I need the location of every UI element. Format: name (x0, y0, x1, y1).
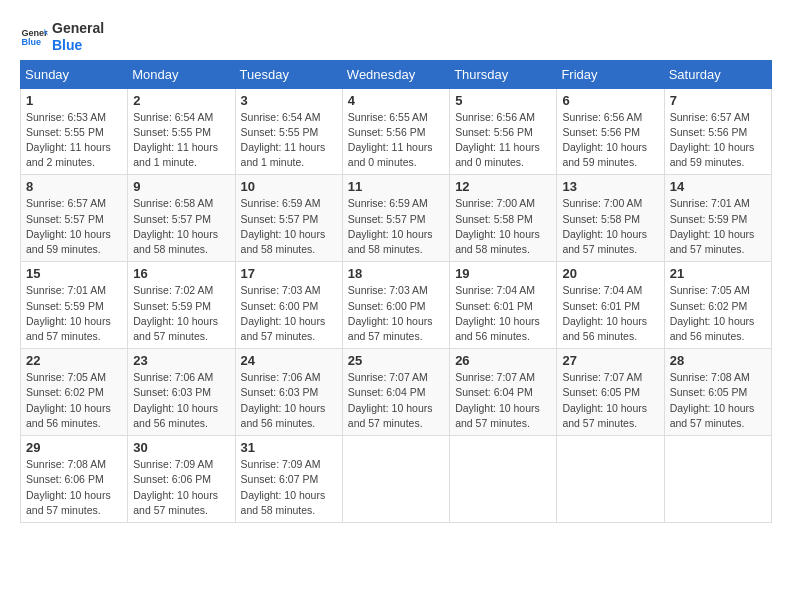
day-info: Sunrise: 7:01 AM Sunset: 5:59 PM Dayligh… (670, 196, 766, 257)
calendar-cell: 31 Sunrise: 7:09 AM Sunset: 6:07 PM Dayl… (235, 436, 342, 523)
calendar-cell: 1 Sunrise: 6:53 AM Sunset: 5:55 PM Dayli… (21, 88, 128, 175)
day-number: 22 (26, 353, 122, 368)
calendar-week-row: 1 Sunrise: 6:53 AM Sunset: 5:55 PM Dayli… (21, 88, 772, 175)
day-info: Sunrise: 7:09 AM Sunset: 6:07 PM Dayligh… (241, 457, 337, 518)
day-number: 20 (562, 266, 658, 281)
calendar-cell: 12 Sunrise: 7:00 AM Sunset: 5:58 PM Dayl… (450, 175, 557, 262)
day-info: Sunrise: 7:08 AM Sunset: 6:06 PM Dayligh… (26, 457, 122, 518)
calendar-cell (342, 436, 449, 523)
day-number: 2 (133, 93, 229, 108)
day-info: Sunrise: 7:04 AM Sunset: 6:01 PM Dayligh… (562, 283, 658, 344)
calendar-header-tuesday: Tuesday (235, 60, 342, 88)
calendar-cell: 24 Sunrise: 7:06 AM Sunset: 6:03 PM Dayl… (235, 349, 342, 436)
calendar-cell: 28 Sunrise: 7:08 AM Sunset: 6:05 PM Dayl… (664, 349, 771, 436)
day-info: Sunrise: 7:08 AM Sunset: 6:05 PM Dayligh… (670, 370, 766, 431)
day-info: Sunrise: 6:56 AM Sunset: 5:56 PM Dayligh… (562, 110, 658, 171)
day-info: Sunrise: 7:03 AM Sunset: 6:00 PM Dayligh… (241, 283, 337, 344)
calendar-cell: 15 Sunrise: 7:01 AM Sunset: 5:59 PM Dayl… (21, 262, 128, 349)
day-number: 4 (348, 93, 444, 108)
calendar-header-row: SundayMondayTuesdayWednesdayThursdayFrid… (21, 60, 772, 88)
day-info: Sunrise: 6:54 AM Sunset: 5:55 PM Dayligh… (133, 110, 229, 171)
calendar-cell: 21 Sunrise: 7:05 AM Sunset: 6:02 PM Dayl… (664, 262, 771, 349)
calendar-cell: 5 Sunrise: 6:56 AM Sunset: 5:56 PM Dayli… (450, 88, 557, 175)
calendar-cell: 26 Sunrise: 7:07 AM Sunset: 6:04 PM Dayl… (450, 349, 557, 436)
day-info: Sunrise: 7:05 AM Sunset: 6:02 PM Dayligh… (26, 370, 122, 431)
day-number: 10 (241, 179, 337, 194)
calendar-cell: 14 Sunrise: 7:01 AM Sunset: 5:59 PM Dayl… (664, 175, 771, 262)
calendar-week-row: 15 Sunrise: 7:01 AM Sunset: 5:59 PM Dayl… (21, 262, 772, 349)
svg-text:General: General (21, 27, 48, 37)
page-header: General Blue General Blue (20, 20, 772, 54)
day-number: 3 (241, 93, 337, 108)
day-number: 31 (241, 440, 337, 455)
day-number: 24 (241, 353, 337, 368)
day-info: Sunrise: 7:00 AM Sunset: 5:58 PM Dayligh… (562, 196, 658, 257)
calendar-cell: 9 Sunrise: 6:58 AM Sunset: 5:57 PM Dayli… (128, 175, 235, 262)
day-number: 5 (455, 93, 551, 108)
calendar-header-sunday: Sunday (21, 60, 128, 88)
day-info: Sunrise: 6:59 AM Sunset: 5:57 PM Dayligh… (241, 196, 337, 257)
calendar-cell: 13 Sunrise: 7:00 AM Sunset: 5:58 PM Dayl… (557, 175, 664, 262)
calendar-cell: 30 Sunrise: 7:09 AM Sunset: 6:06 PM Dayl… (128, 436, 235, 523)
calendar-header-saturday: Saturday (664, 60, 771, 88)
calendar-cell: 23 Sunrise: 7:06 AM Sunset: 6:03 PM Dayl… (128, 349, 235, 436)
calendar-cell (664, 436, 771, 523)
day-info: Sunrise: 7:06 AM Sunset: 6:03 PM Dayligh… (241, 370, 337, 431)
calendar-week-row: 8 Sunrise: 6:57 AM Sunset: 5:57 PM Dayli… (21, 175, 772, 262)
calendar-cell: 8 Sunrise: 6:57 AM Sunset: 5:57 PM Dayli… (21, 175, 128, 262)
day-number: 25 (348, 353, 444, 368)
day-info: Sunrise: 7:07 AM Sunset: 6:04 PM Dayligh… (348, 370, 444, 431)
day-number: 15 (26, 266, 122, 281)
day-info: Sunrise: 6:54 AM Sunset: 5:55 PM Dayligh… (241, 110, 337, 171)
calendar-cell: 4 Sunrise: 6:55 AM Sunset: 5:56 PM Dayli… (342, 88, 449, 175)
calendar-header-wednesday: Wednesday (342, 60, 449, 88)
day-info: Sunrise: 7:01 AM Sunset: 5:59 PM Dayligh… (26, 283, 122, 344)
calendar-cell: 3 Sunrise: 6:54 AM Sunset: 5:55 PM Dayli… (235, 88, 342, 175)
day-number: 13 (562, 179, 658, 194)
day-number: 27 (562, 353, 658, 368)
day-info: Sunrise: 6:59 AM Sunset: 5:57 PM Dayligh… (348, 196, 444, 257)
calendar-cell: 29 Sunrise: 7:08 AM Sunset: 6:06 PM Dayl… (21, 436, 128, 523)
day-info: Sunrise: 6:55 AM Sunset: 5:56 PM Dayligh… (348, 110, 444, 171)
calendar-cell: 6 Sunrise: 6:56 AM Sunset: 5:56 PM Dayli… (557, 88, 664, 175)
calendar-cell: 19 Sunrise: 7:04 AM Sunset: 6:01 PM Dayl… (450, 262, 557, 349)
day-info: Sunrise: 7:06 AM Sunset: 6:03 PM Dayligh… (133, 370, 229, 431)
day-info: Sunrise: 6:56 AM Sunset: 5:56 PM Dayligh… (455, 110, 551, 171)
day-number: 16 (133, 266, 229, 281)
day-number: 26 (455, 353, 551, 368)
day-number: 7 (670, 93, 766, 108)
calendar-cell: 27 Sunrise: 7:07 AM Sunset: 6:05 PM Dayl… (557, 349, 664, 436)
day-number: 1 (26, 93, 122, 108)
calendar-cell (450, 436, 557, 523)
day-info: Sunrise: 7:00 AM Sunset: 5:58 PM Dayligh… (455, 196, 551, 257)
day-info: Sunrise: 7:05 AM Sunset: 6:02 PM Dayligh… (670, 283, 766, 344)
day-info: Sunrise: 7:09 AM Sunset: 6:06 PM Dayligh… (133, 457, 229, 518)
day-info: Sunrise: 6:58 AM Sunset: 5:57 PM Dayligh… (133, 196, 229, 257)
logo-icon: General Blue (20, 23, 48, 51)
day-info: Sunrise: 6:57 AM Sunset: 5:57 PM Dayligh… (26, 196, 122, 257)
day-info: Sunrise: 7:07 AM Sunset: 6:04 PM Dayligh… (455, 370, 551, 431)
logo: General Blue General Blue (20, 20, 104, 54)
calendar-cell: 2 Sunrise: 6:54 AM Sunset: 5:55 PM Dayli… (128, 88, 235, 175)
calendar-cell: 20 Sunrise: 7:04 AM Sunset: 6:01 PM Dayl… (557, 262, 664, 349)
calendar-header-friday: Friday (557, 60, 664, 88)
calendar-cell: 11 Sunrise: 6:59 AM Sunset: 5:57 PM Dayl… (342, 175, 449, 262)
day-number: 18 (348, 266, 444, 281)
day-info: Sunrise: 7:03 AM Sunset: 6:00 PM Dayligh… (348, 283, 444, 344)
calendar-cell: 10 Sunrise: 6:59 AM Sunset: 5:57 PM Dayl… (235, 175, 342, 262)
calendar-week-row: 22 Sunrise: 7:05 AM Sunset: 6:02 PM Dayl… (21, 349, 772, 436)
day-info: Sunrise: 6:57 AM Sunset: 5:56 PM Dayligh… (670, 110, 766, 171)
day-info: Sunrise: 6:53 AM Sunset: 5:55 PM Dayligh… (26, 110, 122, 171)
day-number: 6 (562, 93, 658, 108)
day-number: 28 (670, 353, 766, 368)
day-number: 14 (670, 179, 766, 194)
calendar-header-monday: Monday (128, 60, 235, 88)
svg-text:Blue: Blue (21, 37, 41, 47)
day-info: Sunrise: 7:02 AM Sunset: 5:59 PM Dayligh… (133, 283, 229, 344)
day-info: Sunrise: 7:04 AM Sunset: 6:01 PM Dayligh… (455, 283, 551, 344)
day-number: 11 (348, 179, 444, 194)
day-number: 17 (241, 266, 337, 281)
calendar-cell (557, 436, 664, 523)
calendar-cell: 22 Sunrise: 7:05 AM Sunset: 6:02 PM Dayl… (21, 349, 128, 436)
calendar-body: 1 Sunrise: 6:53 AM Sunset: 5:55 PM Dayli… (21, 88, 772, 522)
